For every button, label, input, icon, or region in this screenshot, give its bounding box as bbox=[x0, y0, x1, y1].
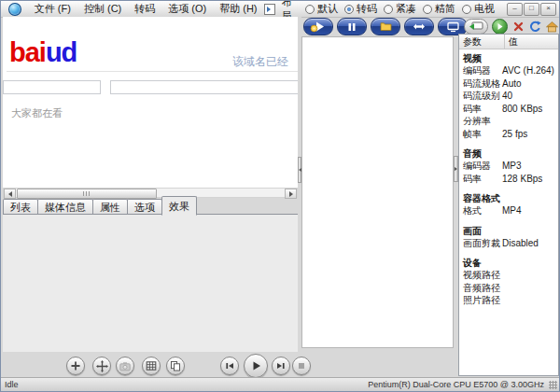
layout-icon[interactable] bbox=[264, 4, 275, 15]
radio-selected-icon[interactable] bbox=[344, 5, 354, 14]
collapse-right-icon bbox=[455, 167, 457, 171]
camera-icon bbox=[119, 361, 131, 371]
effects-tab-page bbox=[3, 214, 298, 352]
app-globe-icon[interactable] bbox=[8, 3, 21, 16]
cpu-info: Pentium(R) Dual-Core CPU E5700 @ 3.00GHz bbox=[368, 380, 559, 389]
forward-button[interactable] bbox=[492, 19, 508, 35]
logo-part-red: bai bbox=[9, 37, 46, 67]
resize-grip[interactable] bbox=[549, 381, 557, 389]
web-view: baiud 该域名已经 大家都在看 bbox=[3, 17, 299, 188]
everyone-watching-label: 大家都在看 bbox=[11, 106, 63, 120]
snapshot-button[interactable] bbox=[116, 357, 134, 375]
divider bbox=[7, 71, 299, 72]
refresh-button[interactable] bbox=[528, 21, 541, 34]
open-file-button[interactable] bbox=[371, 18, 400, 35]
layout-mode-compact[interactable]: 紧凑 bbox=[384, 2, 416, 16]
menu-options[interactable]: 选项 (O) bbox=[161, 1, 213, 17]
maximize-button[interactable]: □ bbox=[524, 3, 539, 16]
menu-control[interactable]: 控制 (C) bbox=[77, 1, 128, 17]
refresh-icon bbox=[529, 21, 541, 33]
stop-icon bbox=[296, 360, 307, 371]
play-with-disc-icon bbox=[310, 21, 327, 33]
value-column-header[interactable]: 值 bbox=[505, 35, 558, 49]
delete-button[interactable] bbox=[511, 21, 525, 34]
param-row-video-path[interactable]: 视频路径 bbox=[459, 269, 558, 282]
section-device: 设备 bbox=[459, 257, 558, 269]
horizontal-scrollbar[interactable] bbox=[3, 188, 298, 198]
stop-button[interactable] bbox=[292, 357, 311, 375]
tab-list[interactable]: 列表 bbox=[3, 199, 38, 215]
param-row-audio-bitrate[interactable]: 码率128 KBps bbox=[459, 173, 558, 186]
param-row-container-format[interactable]: 格式MP4 bbox=[459, 204, 558, 217]
tab-properties[interactable]: 属性 bbox=[92, 199, 128, 215]
radio-icon[interactable] bbox=[462, 5, 471, 14]
param-row-audio-encoder[interactable]: 编码器MP3 bbox=[459, 160, 558, 173]
bottom-tab-strip: 列表 媒体信息 属性 选项 效果 bbox=[3, 198, 298, 215]
menu-help[interactable]: 帮助 (H) bbox=[213, 1, 263, 17]
monitor-icon bbox=[447, 21, 459, 33]
menu-file[interactable]: 文件 (F) bbox=[28, 1, 77, 17]
tab-media-info[interactable]: 媒体信息 bbox=[37, 199, 93, 215]
tiles-button[interactable] bbox=[142, 357, 161, 375]
grid-icon bbox=[146, 360, 157, 371]
move-button[interactable] bbox=[92, 357, 111, 375]
param-row-resolution[interactable]: 分辨率 bbox=[459, 115, 558, 128]
next-track-icon bbox=[275, 360, 287, 371]
param-row-framerate[interactable]: 帧率25 fps bbox=[459, 128, 558, 141]
home-button[interactable] bbox=[545, 21, 558, 34]
previous-button[interactable] bbox=[220, 357, 239, 375]
web-input-right[interactable] bbox=[110, 80, 299, 94]
start-transcode-button[interactable] bbox=[303, 18, 333, 35]
section-audio: 音频 bbox=[459, 147, 558, 160]
layout-mode-default[interactable]: 默认 bbox=[305, 2, 338, 16]
add-file-button[interactable] bbox=[66, 357, 85, 375]
home-icon bbox=[546, 21, 558, 33]
web-input-left[interactable] bbox=[3, 80, 101, 94]
parameter-panel: 参数 值 视频 编码器AVC (H.264) 码流规格Auto 码流级别40 码… bbox=[458, 34, 559, 376]
menu-transcode[interactable]: 转码 bbox=[128, 1, 161, 17]
layout-mode-transcode[interactable]: 转码 bbox=[344, 2, 377, 16]
param-row-video-encoder[interactable]: 编码器AVC (H.264) bbox=[459, 64, 558, 77]
layout-mode-simple[interactable]: 精简 bbox=[423, 2, 455, 16]
parameter-table-header: 参数 值 bbox=[459, 35, 558, 49]
pause-button[interactable] bbox=[337, 18, 367, 35]
previous-track-icon bbox=[224, 360, 235, 371]
layout-mode-label: 转码 bbox=[357, 2, 377, 16]
layout-mode-label: 紧凑 bbox=[396, 2, 416, 16]
radio-icon[interactable] bbox=[384, 5, 393, 14]
scroll-left-icon bbox=[8, 191, 12, 197]
parameter-table-body: 视频 编码器AVC (H.264) 码流规格Auto 码流级别40 码率800 … bbox=[459, 49, 558, 307]
close-button[interactable]: × bbox=[540, 3, 556, 16]
param-row-video-level[interactable]: 码流级别40 bbox=[459, 90, 558, 103]
copy-button[interactable] bbox=[166, 357, 185, 375]
layout-mode-tv[interactable]: 电视 bbox=[462, 2, 495, 16]
param-row-cropping[interactable]: 画面剪裁Disabled bbox=[459, 237, 558, 250]
swap-arrows-icon bbox=[413, 21, 426, 32]
next-button[interactable] bbox=[272, 357, 290, 375]
param-column-header[interactable]: 参数 bbox=[459, 35, 505, 49]
scroll-right-icon bbox=[289, 191, 293, 197]
radio-icon[interactable] bbox=[423, 5, 432, 14]
window-controls: – □ × bbox=[507, 3, 556, 16]
play-icon bbox=[249, 359, 262, 372]
layout-mode-label: 精简 bbox=[435, 2, 455, 16]
folder-icon bbox=[380, 21, 392, 32]
param-row-video-bitrate[interactable]: 码率800 KBps bbox=[459, 103, 558, 116]
site-logo: baiud bbox=[9, 37, 77, 68]
swap-button[interactable] bbox=[404, 18, 434, 35]
tab-options[interactable]: 选项 bbox=[127, 199, 162, 215]
section-container: 容器格式 bbox=[459, 192, 558, 204]
copy-pages-icon bbox=[170, 360, 181, 371]
play-button[interactable] bbox=[244, 354, 268, 378]
radio-icon[interactable] bbox=[305, 5, 315, 14]
pause-icon bbox=[346, 21, 357, 33]
red-x-icon bbox=[513, 21, 524, 32]
tab-effects[interactable]: 效果 bbox=[161, 196, 197, 216]
status-bar: Idle Pentium(R) Dual-Core CPU E5700 @ 3.… bbox=[1, 377, 559, 391]
param-row-photo-path[interactable]: 照片路径 bbox=[459, 294, 558, 307]
preview-back-button[interactable] bbox=[464, 19, 488, 35]
section-video: 视频 bbox=[459, 52, 558, 64]
param-row-video-profile[interactable]: 码流规格Auto bbox=[459, 77, 558, 91]
minimize-button[interactable]: – bbox=[507, 3, 523, 16]
param-row-audio-path[interactable]: 音频路径 bbox=[459, 282, 558, 295]
